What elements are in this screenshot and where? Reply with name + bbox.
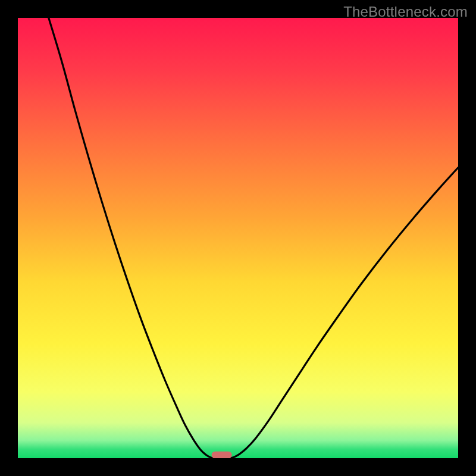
chart-svg xyxy=(18,18,458,458)
plot-area xyxy=(18,18,458,458)
watermark-text: TheBottleneck.com xyxy=(343,4,468,20)
chart-frame: TheBottleneck.com xyxy=(0,0,476,476)
indicator-marker xyxy=(212,452,232,458)
gradient-background xyxy=(18,18,458,458)
